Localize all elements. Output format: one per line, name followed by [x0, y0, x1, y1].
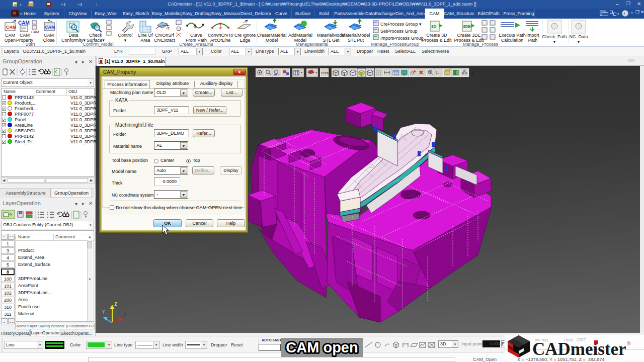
svg-text:1↔: 1↔ [436, 71, 441, 74]
svg-text:!: ! [471, 70, 473, 77]
svg-text:CAM: CAM [45, 25, 55, 30]
svg-text:x: x [124, 311, 127, 317]
svg-text:CAM: CAM [18, 20, 30, 26]
svg-text:CAM open: CAM open [286, 339, 358, 355]
svg-text:3D: 3D [431, 24, 436, 29]
svg-text:3DE: 3DE [463, 24, 471, 29]
svg-text:TYPE: TYPE [321, 71, 329, 74]
svg-text:CAM: CAM [6, 25, 17, 30]
svg-text:z: z [114, 300, 117, 307]
svg-text:Y: Y [102, 309, 106, 315]
